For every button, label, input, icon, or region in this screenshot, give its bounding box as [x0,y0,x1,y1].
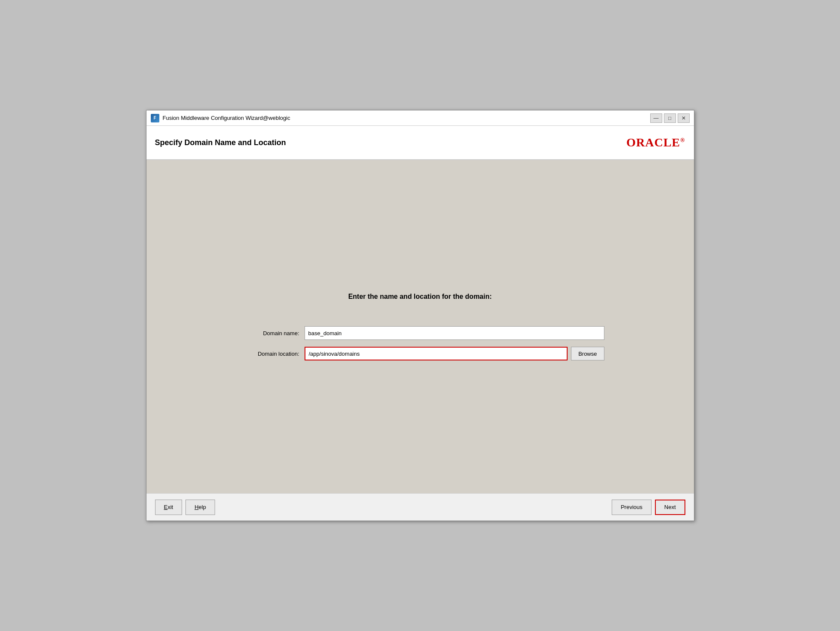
help-button[interactable]: Help [185,500,215,515]
form-fields: Domain name: Domain location: Browse [227,326,613,360]
help-label: Help [194,504,206,510]
form-section: Enter the name and location for the doma… [227,293,613,360]
maximize-button[interactable]: □ [664,113,676,123]
previous-button[interactable]: Previous [612,500,652,515]
form-instruction: Enter the name and location for the doma… [348,293,492,301]
title-bar-controls: — □ ✕ [650,113,690,123]
main-content: Enter the name and location for the doma… [146,160,694,493]
main-window: F Fusion Middleware Configuration Wizard… [146,110,694,521]
domain-location-label: Domain location: [236,351,305,357]
footer-right-buttons: Previous Next [612,500,685,515]
domain-location-row: Domain location: Browse [236,347,604,360]
domain-name-row: Domain name: [236,326,604,340]
exit-button[interactable]: Exit [155,500,182,515]
footer-left-buttons: Exit Help [155,500,215,515]
title-bar: F Fusion Middleware Configuration Wizard… [146,110,694,126]
domain-name-label: Domain name: [236,330,305,336]
minimize-button[interactable]: — [650,113,662,123]
footer: Exit Help Previous Next [146,493,694,521]
oracle-logo: ORACLE® [626,136,685,149]
exit-label: Exit [164,504,173,510]
domain-name-input[interactable] [305,326,604,340]
window-title: Fusion Middleware Configuration Wizard@w… [163,115,647,121]
next-button[interactable]: Next [655,500,685,515]
close-button[interactable]: ✕ [678,113,690,123]
app-icon: F [151,114,159,122]
page-title: Specify Domain Name and Location [155,138,286,147]
header: Specify Domain Name and Location ORACLE® [146,126,694,160]
domain-location-input[interactable] [305,347,568,360]
browse-button[interactable]: Browse [571,347,604,360]
